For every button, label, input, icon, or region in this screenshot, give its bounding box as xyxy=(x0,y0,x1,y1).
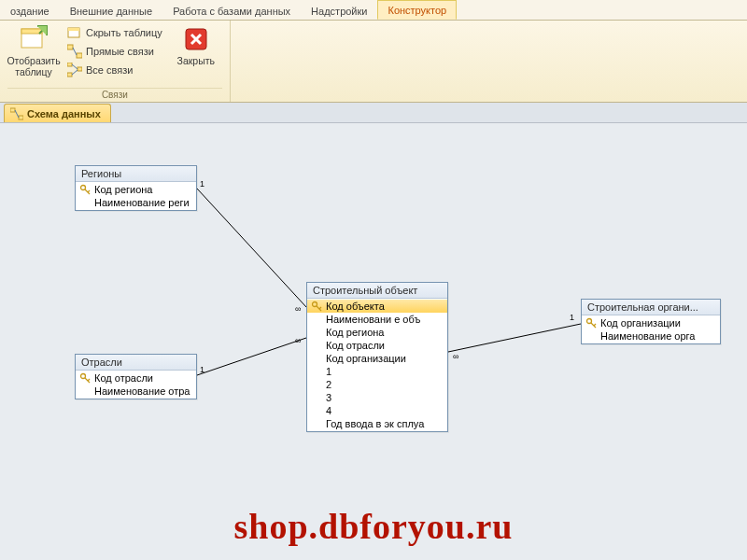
hide-table-icon xyxy=(67,25,82,40)
table-row[interactable]: Наименование отра xyxy=(76,385,196,398)
svg-line-16 xyxy=(15,110,19,118)
svg-text:1: 1 xyxy=(200,179,204,189)
field-label: Код региона xyxy=(326,327,384,338)
svg-line-17 xyxy=(197,189,306,307)
table-industries-body: Код отрасли Наименование отра xyxy=(76,371,196,399)
watermark: shop.dbforyou.ru xyxy=(0,506,747,547)
svg-line-7 xyxy=(73,48,77,55)
table-row[interactable]: 4 xyxy=(307,404,447,417)
table-object-body: Код объекта Наименовани е объ Код регион… xyxy=(307,299,447,431)
svg-point-29 xyxy=(81,374,86,379)
svg-rect-8 xyxy=(67,63,72,66)
tab-design[interactable]: Конструктор xyxy=(377,0,457,20)
table-row[interactable]: 3 xyxy=(307,391,447,404)
field-label: 2 xyxy=(326,379,331,390)
svg-rect-9 xyxy=(67,73,72,77)
direct-relations-button[interactable]: Прямые связи xyxy=(65,43,164,60)
svg-line-20 xyxy=(197,338,306,375)
svg-rect-15 xyxy=(19,116,23,119)
svg-line-34 xyxy=(319,307,321,309)
field-label: Наименование отра xyxy=(94,385,190,397)
tab-database-tools[interactable]: Работа с базами данных xyxy=(162,1,301,20)
tab-addins[interactable]: Надстройки xyxy=(301,1,377,20)
table-org-body: Код организации Наименование орга xyxy=(582,315,720,343)
table-row[interactable]: Код объекта xyxy=(307,300,447,313)
field-label: 1 xyxy=(326,366,331,377)
show-table-icon xyxy=(19,24,49,54)
field-label: Код отрасли xyxy=(94,372,153,384)
field-label: Код объекта xyxy=(326,301,385,312)
table-industries[interactable]: Отрасли Код отрасли Наименование отра xyxy=(75,354,197,399)
svg-text:∞: ∞ xyxy=(295,304,301,314)
table-row[interactable]: 2 xyxy=(307,378,447,391)
document-tab-schema[interactable]: Схема данных xyxy=(4,104,111,122)
tab-external-data[interactable]: Внешние данные xyxy=(60,1,162,20)
hide-table-label: Скрыть таблицу xyxy=(86,27,162,38)
show-table-label: Отобразить таблицу xyxy=(7,56,60,77)
table-row[interactable]: Код отрасли xyxy=(76,371,196,385)
direct-relations-label: Прямые связи xyxy=(86,46,154,57)
svg-line-37 xyxy=(594,324,596,326)
table-row[interactable]: Наименование орга xyxy=(582,329,720,343)
table-row[interactable]: Код отрасли xyxy=(307,339,447,352)
hide-table-button[interactable]: Скрыть таблицу xyxy=(65,24,164,41)
svg-rect-4 xyxy=(68,28,79,31)
ribbon-tabbar: оздание Внешние данные Работа с базами д… xyxy=(0,0,747,21)
table-row[interactable]: Код организации xyxy=(582,316,720,329)
ribbon: Отобразить таблицу Скрыть таблицу Прямые… xyxy=(0,21,747,103)
close-button[interactable]: Закрыть xyxy=(170,22,222,67)
key-icon xyxy=(79,184,91,195)
svg-text:1: 1 xyxy=(570,313,574,322)
close-label: Закрыть xyxy=(177,56,215,67)
svg-rect-6 xyxy=(77,53,82,58)
close-icon xyxy=(181,24,211,54)
field-label: Код организации xyxy=(600,317,681,329)
table-regions-title[interactable]: Регионы xyxy=(76,166,196,182)
all-relations-icon xyxy=(67,63,82,77)
svg-point-32 xyxy=(313,302,317,307)
table-row[interactable]: Код организации xyxy=(307,352,447,365)
show-table-button[interactable]: Отобразить таблицу xyxy=(7,22,60,77)
svg-text:∞: ∞ xyxy=(453,352,458,361)
field-label: Код организации xyxy=(326,353,406,364)
relationships-canvas[interactable]: 1 ∞ 1 ∞ ∞ 1 Регионы Код региона Наименов… xyxy=(0,123,747,560)
ribbon-group-relations: Отобразить таблицу Скрыть таблицу Прямые… xyxy=(0,21,231,102)
svg-line-12 xyxy=(72,70,78,75)
table-row[interactable]: Код региона xyxy=(307,326,447,339)
svg-point-35 xyxy=(587,319,592,324)
tab-create[interactable]: оздание xyxy=(0,1,60,20)
svg-rect-14 xyxy=(10,108,15,112)
all-relations-button[interactable]: Все связи xyxy=(65,62,164,78)
svg-line-11 xyxy=(72,64,78,69)
table-row[interactable]: Код региона xyxy=(76,183,196,196)
table-row[interactable]: 1 xyxy=(307,365,447,378)
table-row[interactable]: Наименовани е объ xyxy=(307,313,447,326)
svg-line-23 xyxy=(448,324,581,352)
key-icon xyxy=(79,372,91,384)
field-label: 4 xyxy=(326,405,331,416)
svg-text:1: 1 xyxy=(200,365,204,374)
table-row[interactable]: Наименование реги xyxy=(76,196,196,209)
svg-line-31 xyxy=(88,379,90,381)
table-industries-title[interactable]: Отрасли xyxy=(76,355,196,371)
table-org-title[interactable]: Строительная органи... xyxy=(582,300,720,315)
key-icon xyxy=(311,301,322,312)
field-label: Наименование реги xyxy=(94,197,190,208)
table-row[interactable]: Год ввода в эк сплуа xyxy=(307,417,447,430)
field-label: Код отрасли xyxy=(326,340,385,351)
field-label: Год ввода в эк сплуа xyxy=(326,418,424,429)
svg-line-28 xyxy=(88,190,90,192)
field-label: 3 xyxy=(326,392,331,403)
table-construction-organization[interactable]: Строительная органи... Код организации Н… xyxy=(581,299,721,344)
field-label: Наименовани е объ xyxy=(326,314,420,325)
field-label: Код региона xyxy=(94,184,152,195)
svg-rect-5 xyxy=(67,45,73,49)
svg-point-26 xyxy=(81,186,86,190)
table-construction-object[interactable]: Строительный объект Код объекта Наименов… xyxy=(306,282,448,432)
table-regions[interactable]: Регионы Код региона Наименование реги xyxy=(75,165,197,211)
table-regions-body: Код региона Наименование реги xyxy=(76,182,196,210)
field-label: Наименование орга xyxy=(600,330,695,342)
ribbon-group-label: Связи xyxy=(7,88,222,102)
key-icon xyxy=(585,317,597,329)
table-object-title[interactable]: Строительный объект xyxy=(307,283,447,299)
